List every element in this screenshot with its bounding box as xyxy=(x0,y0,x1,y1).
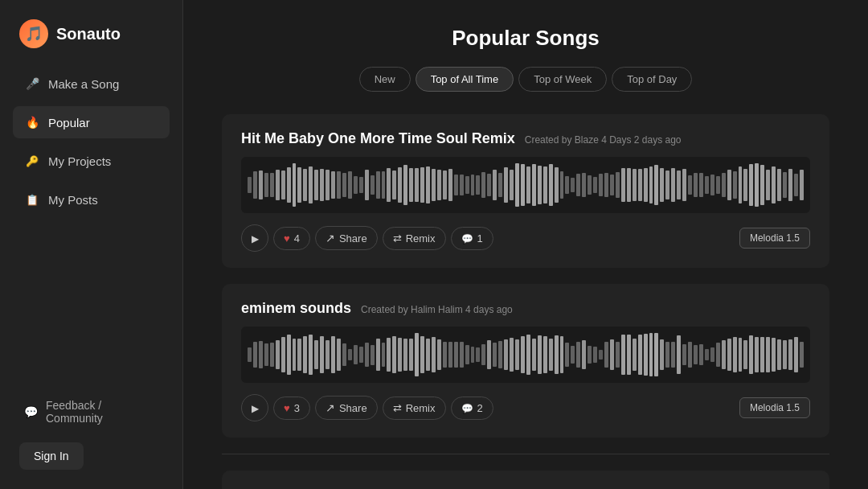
song-1-play-button[interactable] xyxy=(241,224,268,252)
fire-icon xyxy=(24,114,40,130)
song-1-header: Hit Me Baby One More Time Soul Remix Cre… xyxy=(241,130,810,147)
song-1-remix-button[interactable]: Remix xyxy=(383,227,446,250)
tab-top-all-time[interactable]: Top of All Time xyxy=(416,67,514,92)
song-1-meta: Created by Blaze 4 Days 2 days ago xyxy=(525,134,682,146)
logo-area: 🎵 Sonauto xyxy=(13,19,170,61)
song-2-title: eminem sounds xyxy=(241,300,351,317)
sidebar-item-make-song-label: Make a Song xyxy=(48,77,119,91)
song-1-title: Hit Me Baby One More Time Soul Remix xyxy=(241,130,515,147)
section-divider xyxy=(222,454,829,454)
song-2-like-button[interactable]: 3 xyxy=(273,397,310,420)
filter-tabs: New Top of All Time Top of Week Top of D… xyxy=(222,67,829,92)
mic-icon xyxy=(24,76,40,92)
tab-new[interactable]: New xyxy=(359,67,411,92)
song-2-controls: 3 Share Remix 2 Melodia 1.5 xyxy=(241,394,810,421)
song-1-controls: 4 Share Remix 1 Melodia 1.5 xyxy=(241,224,810,252)
song-2-share-button[interactable]: Share xyxy=(315,396,378,420)
sidebar-item-my-projects-label: My Projects xyxy=(48,154,111,168)
music-note-icon: 🎵 xyxy=(25,25,43,43)
sidebar-item-feedback[interactable]: Feedback / Community xyxy=(13,391,170,433)
song-1-comment-button[interactable]: 1 xyxy=(451,227,493,250)
song-2-likes: 3 xyxy=(294,402,300,414)
song-1-likes: 4 xyxy=(294,232,300,244)
song-2-model-badge: Melodia 1.5 xyxy=(739,397,810,418)
song-2-comments: 2 xyxy=(477,402,483,414)
share-icon xyxy=(326,232,335,244)
song-1-comments: 1 xyxy=(477,232,483,244)
tab-top-day[interactable]: Top of Day xyxy=(612,67,692,92)
remix-icon xyxy=(393,402,402,414)
song-2-comment-button[interactable]: 2 xyxy=(451,397,493,420)
song-1-remix-label: Remix xyxy=(406,232,436,244)
posts-icon xyxy=(24,191,40,208)
song-1-like-button[interactable]: 4 xyxy=(273,227,310,250)
app-title: Sonauto xyxy=(56,25,121,43)
heart-icon xyxy=(284,402,290,414)
sidebar-item-popular-label: Popular xyxy=(48,116,90,129)
sidebar-item-my-posts-label: My Posts xyxy=(48,193,98,207)
song-card-1: Hit Me Baby One More Time Soul Remix Cre… xyxy=(222,114,829,268)
feedback-label: Feedback / Community xyxy=(46,399,158,425)
key-icon xyxy=(24,153,40,169)
song-1-share-label: Share xyxy=(339,232,367,244)
tab-top-week[interactable]: Top of Week xyxy=(518,67,607,92)
play-icon xyxy=(252,232,259,244)
song-1-model-badge: Melodia 1.5 xyxy=(739,228,810,249)
song-1-waveform[interactable] xyxy=(241,157,810,213)
heart-icon xyxy=(284,232,290,244)
sidebar-item-popular[interactable]: Popular xyxy=(13,106,170,138)
sidebar-item-my-projects[interactable]: My Projects xyxy=(13,145,170,177)
discord-icon xyxy=(24,405,38,418)
song-2-share-label: Share xyxy=(339,402,367,414)
song-2-play-button[interactable] xyxy=(241,394,268,421)
page-title: Popular Songs xyxy=(222,26,829,51)
song-2-meta: Created by Halim Halim 4 days ago xyxy=(361,304,513,315)
main-content: Popular Songs New Top of All Time Top of… xyxy=(183,0,868,489)
sidebar-bottom: Feedback / Community Sign In xyxy=(13,391,170,470)
song-1-share-button[interactable]: Share xyxy=(315,226,378,250)
song-2-header: eminem sounds Created by Halim Halim 4 d… xyxy=(241,300,810,317)
sidebar-item-my-posts[interactable]: My Posts xyxy=(13,183,170,216)
share-icon xyxy=(326,401,335,414)
song-2-remix-button[interactable]: Remix xyxy=(383,397,446,420)
play-icon xyxy=(252,402,259,414)
song-card-2: eminem sounds Created by Halim Halim 4 d… xyxy=(222,284,829,438)
comment-icon xyxy=(461,232,473,244)
logo-icon: 🎵 xyxy=(19,19,48,48)
song-2-remix-label: Remix xyxy=(406,402,436,414)
song-2-waveform[interactable] xyxy=(241,327,810,383)
remix-icon xyxy=(393,232,402,244)
song-card-3: Amore Created by Music king 5 days ago 2… xyxy=(222,471,829,489)
sidebar: 🎵 Sonauto Make a Song Popular My Project… xyxy=(0,0,183,489)
sidebar-item-make-song[interactable]: Make a Song xyxy=(13,68,170,100)
comment-icon xyxy=(461,402,473,414)
sign-in-button[interactable]: Sign In xyxy=(19,442,84,470)
